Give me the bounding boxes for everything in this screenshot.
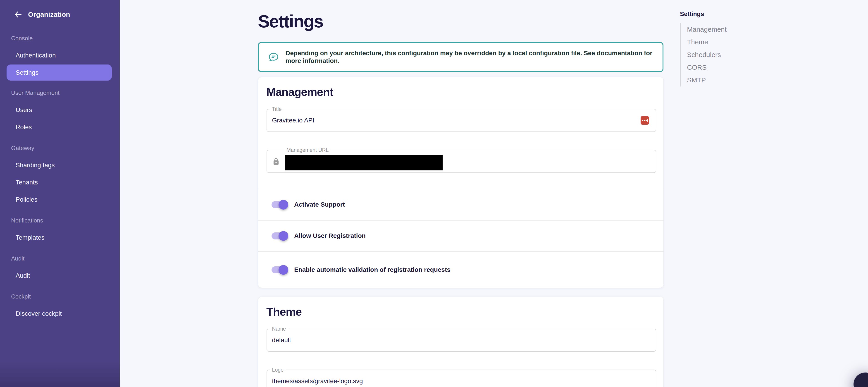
info-banner: Depending on your architecture, this con… <box>258 42 663 72</box>
floating-action-button[interactable] <box>854 373 868 387</box>
sidebar-section-audit: Audit <box>0 250 120 267</box>
lastpass-icon[interactable] <box>641 116 649 125</box>
management-url-field-label: Management URL <box>284 147 331 153</box>
toggle-thumb <box>279 231 288 241</box>
management-heading: Management <box>266 85 333 99</box>
sidebar-section-console: Console <box>0 30 120 47</box>
sidebar-item-users[interactable]: Users <box>0 101 120 119</box>
title-field-value[interactable]: Gravitee.io API <box>267 117 314 124</box>
banner-text: Depending on your architecture, this con… <box>285 49 653 65</box>
sidebar-item-sharding-tags[interactable]: Sharding tags <box>0 157 120 174</box>
management-url-field[interactable]: Management URL <box>267 150 656 173</box>
sidebar-item-audit[interactable]: Audit <box>0 267 120 284</box>
toc-item-theme[interactable]: Theme <box>681 36 740 49</box>
sidebar-item-policies[interactable]: Policies <box>0 191 120 208</box>
back-arrow-icon[interactable] <box>13 10 23 19</box>
sidebar-item-authentication[interactable]: Authentication <box>0 47 120 64</box>
toggle-row-allow-user-registration: Allow User Registration <box>258 220 663 251</box>
toc-heading: Settings <box>680 10 704 18</box>
management-card: Management Title Gravitee.io API Managem… <box>258 77 664 288</box>
sidebar-section-gateway: Gateway <box>0 140 120 157</box>
toc-item-smtp[interactable]: SMTP <box>681 74 740 86</box>
sidebar-context-title: Organization <box>28 11 70 18</box>
lock-icon <box>272 157 280 166</box>
activate-support-toggle[interactable] <box>272 199 288 210</box>
theme-logo-field-value[interactable]: themes/assets/gravitee-logo.svg <box>267 378 363 385</box>
theme-logo-field-label: Logo <box>270 367 286 373</box>
toggle-thumb <box>279 200 288 210</box>
theme-name-field[interactable]: Name default <box>267 329 656 352</box>
toggle-thumb <box>279 265 288 275</box>
auto-validation-toggle[interactable] <box>272 265 288 275</box>
toggle-label: Allow User Registration <box>294 232 366 239</box>
theme-name-field-value[interactable]: default <box>267 336 291 344</box>
toc-item-schedulers[interactable]: Schedulers <box>681 49 740 61</box>
allow-user-registration-toggle[interactable] <box>272 231 288 241</box>
sidebar-item-templates[interactable]: Templates <box>0 229 120 246</box>
chat-bubble-icon <box>268 51 279 63</box>
sidebar-item-roles[interactable]: Roles <box>0 119 120 136</box>
theme-heading: Theme <box>266 305 302 319</box>
sidebar-section-notifications: Notifications <box>0 212 120 229</box>
sidebar-item-tenants[interactable]: Tenants <box>0 174 120 191</box>
theme-logo-field[interactable]: Logo themes/assets/gravitee-logo.svg <box>267 369 656 387</box>
theme-name-field-label: Name <box>270 326 288 332</box>
sidebar-item-settings[interactable]: Settings <box>6 64 112 81</box>
sidebar-item-discover-cockpit[interactable]: Discover cockpit <box>0 305 120 322</box>
toc-item-cors[interactable]: CORS <box>681 61 740 74</box>
toggle-label: Activate Support <box>294 201 345 208</box>
toggle-row-activate-support: Activate Support <box>258 189 663 220</box>
title-field-label: Title <box>270 106 284 112</box>
sidebar-back-button[interactable]: Organization <box>0 0 120 29</box>
toc-list: Management Theme Schedulers CORS SMTP <box>680 23 740 86</box>
toggle-row-auto-validation: Enable automatic validation of registrat… <box>258 251 663 288</box>
toc-item-management[interactable]: Management <box>681 23 740 36</box>
redacted-value <box>285 155 443 171</box>
sidebar-section-user-management: User Management <box>0 84 120 101</box>
sidebar-section-cockpit: Cockpit <box>0 288 120 305</box>
page-title: Settings <box>258 10 323 33</box>
sidebar: Organization Console Authentication Sett… <box>0 0 120 387</box>
theme-card: Theme Name default Logo themes/assets/gr… <box>258 297 664 387</box>
title-field[interactable]: Title Gravitee.io API <box>267 109 656 132</box>
toggle-label: Enable automatic validation of registrat… <box>294 266 451 273</box>
